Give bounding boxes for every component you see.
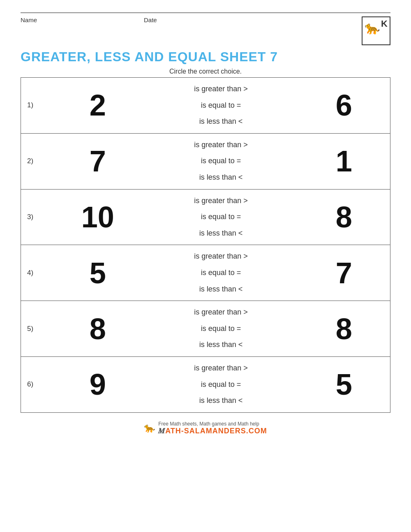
problem-number: 4) [21, 245, 52, 301]
choice-item[interactable]: is less than < [144, 393, 298, 409]
footer-brand-math: 𝑴 [158, 427, 165, 435]
choice-item[interactable]: is less than < [144, 337, 298, 353]
choice-item[interactable]: is equal to = [144, 153, 298, 169]
logo-box: 🐆 K [362, 16, 390, 45]
name-label: Name [21, 16, 37, 23]
choices-cell: is greater than >is equal to =is less th… [144, 301, 298, 357]
subtitle: Circle the correct choice. [21, 68, 390, 75]
right-number: 1 [298, 133, 390, 189]
footer-logo: 🐆 Free Math sheets, Math games and Math … [144, 421, 267, 435]
choice-item[interactable]: is equal to = [144, 97, 298, 114]
right-number: 8 [298, 301, 390, 357]
header-labels: Name Date [21, 16, 157, 23]
left-number: 9 [51, 356, 144, 412]
left-number: 2 [51, 78, 144, 134]
choices-cell: is greater than >is equal to =is less th… [144, 245, 298, 301]
table-row: 4)5is greater than >is equal to =is less… [21, 245, 390, 301]
choice-item[interactable]: is less than < [144, 169, 298, 186]
choice-item[interactable]: is equal to = [144, 377, 298, 393]
choice-item[interactable]: is equal to = [144, 321, 298, 337]
page-title: GREATER, LESS AND EQUAL SHEET 7 [21, 49, 390, 65]
right-number: 8 [298, 189, 390, 245]
footer-text-block: Free Math sheets, Math games and Math he… [158, 421, 267, 435]
left-number: 5 [51, 245, 144, 301]
choice-item[interactable]: is less than < [144, 113, 298, 130]
footer: 🐆 Free Math sheets, Math games and Math … [21, 421, 390, 435]
table-row: 2)7is greater than >is equal to =is less… [21, 133, 390, 189]
left-number: 10 [51, 189, 144, 245]
choices-cell: is greater than >is equal to =is less th… [144, 189, 298, 245]
problem-number: 6) [21, 356, 52, 412]
problem-number: 2) [21, 133, 52, 189]
footer-brand: 𝑴ATH-SALAMANDERS.COM [158, 427, 267, 435]
page: Name Date 🐆 K GREATER, LESS AND EQUAL SH… [0, 0, 411, 532]
problem-number: 1) [21, 78, 52, 134]
table-row: 3)10is greater than >is equal to =is les… [21, 189, 390, 245]
top-rule [21, 12, 390, 13]
footer-animal-icon: 🐆 [144, 423, 155, 433]
choices-cell: is greater than >is equal to =is less th… [144, 356, 298, 412]
right-number: 7 [298, 245, 390, 301]
choices-cell: is greater than >is equal to =is less th… [144, 133, 298, 189]
choice-item[interactable]: is greater than > [144, 193, 298, 209]
choices-cell: is greater than >is equal to =is less th… [144, 78, 298, 134]
choice-item[interactable]: is less than < [144, 225, 298, 242]
table-row: 6)9is greater than >is equal to =is less… [21, 356, 390, 412]
choice-item[interactable]: is greater than > [144, 360, 298, 377]
problem-number: 5) [21, 301, 52, 357]
table-row: 1)2is greater than >is equal to =is less… [21, 78, 390, 134]
choice-item[interactable]: is greater than > [144, 248, 298, 265]
left-number: 7 [51, 133, 144, 189]
choice-item[interactable]: is greater than > [144, 304, 298, 321]
logo-animal-icon: 🐆 [365, 21, 380, 35]
left-number: 8 [51, 301, 144, 357]
choice-item[interactable]: is greater than > [144, 81, 298, 97]
worksheet-table: 1)2is greater than >is equal to =is less… [21, 77, 390, 413]
right-number: 5 [298, 356, 390, 412]
footer-top-text: Free Math sheets, Math games and Math he… [158, 421, 267, 427]
choice-item[interactable]: is equal to = [144, 265, 298, 281]
date-label: Date [144, 16, 157, 23]
top-bar: Name Date 🐆 K [21, 16, 390, 45]
problem-number: 3) [21, 189, 52, 245]
choice-item[interactable]: is greater than > [144, 137, 298, 153]
table-row: 5)8is greater than >is equal to =is less… [21, 301, 390, 357]
choice-item[interactable]: is less than < [144, 281, 298, 298]
logo-k: K [381, 19, 388, 29]
choice-item[interactable]: is equal to = [144, 209, 298, 225]
right-number: 6 [298, 78, 390, 134]
